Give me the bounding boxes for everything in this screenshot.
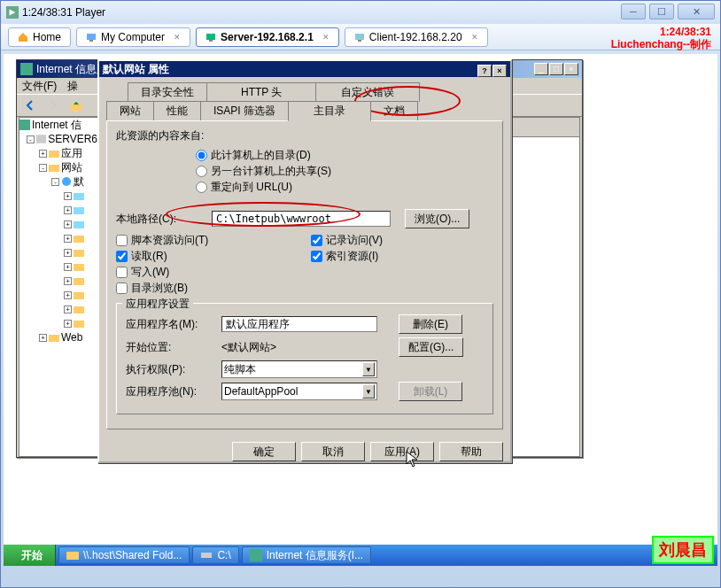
expand-icon[interactable]: + (64, 306, 72, 313)
maximize-button[interactable]: □ (549, 63, 563, 75)
chk-write-label: 写入(W) (131, 265, 169, 280)
start-button[interactable]: 开始 (4, 545, 56, 566)
tab-custom-errors[interactable]: 自定义错误 (315, 82, 420, 102)
chk-script-access[interactable] (116, 235, 128, 246)
expand-icon[interactable]: + (64, 206, 72, 214)
radio-share[interactable] (196, 166, 207, 177)
svg-rect-17 (74, 250, 84, 257)
tab-website[interactable]: 网站 (106, 101, 154, 120)
minimize-button[interactable]: _ (534, 63, 548, 75)
radio-redirect-label: 重定向到 URL(U) (211, 180, 292, 195)
chk-browse-label: 目录浏览(B) (131, 281, 188, 296)
svg-rect-1 (87, 34, 96, 40)
tab-home-directory[interactable]: 主目录 (288, 101, 371, 121)
radio-local-dir[interactable] (196, 150, 207, 161)
apply-button[interactable]: 应用(A) (370, 442, 434, 461)
svg-rect-14 (74, 207, 84, 214)
tab-server[interactable]: Server-192.168.2.1 ✕ (196, 27, 339, 47)
config-button[interactable]: 配置(G)... (399, 337, 463, 357)
tree-app-pools[interactable]: 应用 (61, 146, 82, 161)
local-path-input[interactable] (212, 211, 391, 227)
tab-my-computer[interactable]: My Computer ✕ (76, 27, 190, 47)
close-icon[interactable]: ✕ (174, 33, 181, 42)
browse-button[interactable]: 浏览(O)... (405, 209, 469, 228)
svg-rect-26 (250, 549, 262, 561)
svg-rect-22 (74, 321, 84, 328)
cancel-button[interactable]: 取消 (301, 442, 365, 461)
menu-file[interactable]: 文件(F) (22, 79, 57, 94)
close-button[interactable]: × (564, 63, 578, 75)
taskbar-item[interactable]: C:\ (192, 546, 238, 564)
tab-home[interactable]: Home (8, 27, 71, 47)
iis-root-icon (19, 120, 30, 130)
player-titlebar[interactable]: 1:24/38:31 Player ─ ☐ ✕ (1, 1, 720, 24)
collapse-icon[interactable]: - (39, 164, 47, 172)
expand-icon[interactable]: + (39, 150, 47, 158)
chk-read[interactable] (116, 251, 128, 262)
server-icon (354, 32, 365, 43)
svg-rect-18 (74, 264, 84, 271)
svg-rect-24 (66, 552, 79, 560)
menu-action[interactable]: 操 (67, 79, 78, 94)
collapse-icon[interactable]: - (51, 178, 59, 186)
svg-rect-25 (201, 553, 212, 558)
close-icon[interactable]: ✕ (471, 33, 478, 42)
tab-documents[interactable]: 文档 (370, 101, 418, 120)
radio-local-label: 此计算机上的目录(D) (211, 148, 311, 163)
back-button[interactable] (20, 96, 40, 115)
maximize-button[interactable]: ☐ (649, 4, 674, 19)
tree-web-ext[interactable]: Web (61, 331, 82, 344)
svg-point-12 (62, 177, 71, 186)
expand-icon[interactable]: + (39, 334, 47, 342)
help-button[interactable]: 帮助 (439, 442, 503, 461)
forward-button[interactable] (43, 96, 63, 115)
tab-client[interactable]: Client-192.168.2.20 ✕ (345, 27, 488, 47)
folder-icon (49, 332, 59, 343)
expand-icon[interactable]: + (64, 235, 72, 243)
chevron-down-icon[interactable]: ▼ (362, 384, 375, 398)
minimize-button[interactable]: ─ (621, 4, 646, 19)
close-button[interactable]: × (492, 65, 507, 77)
expand-icon[interactable]: + (64, 320, 72, 328)
app-pool-select[interactable]: DefaultAppPool▼ (221, 383, 377, 400)
tab-http-headers[interactable]: HTTP 头 (206, 82, 316, 102)
taskbar-item[interactable]: Internet 信息服务(I... (242, 546, 371, 564)
app-name-input[interactable] (221, 316, 377, 332)
tab-performance[interactable]: 性能 (153, 101, 201, 120)
remove-button[interactable]: 删除(E) (399, 314, 462, 334)
chk-log-visits[interactable] (311, 235, 322, 246)
chk-index[interactable] (311, 251, 322, 262)
up-button[interactable] (66, 96, 86, 115)
expand-icon[interactable]: + (64, 192, 72, 200)
radio-redirect[interactable] (196, 182, 207, 193)
chk-write[interactable] (116, 267, 128, 278)
collapse-icon[interactable]: - (27, 135, 35, 143)
tree-server[interactable]: SERVER6 (48, 133, 97, 145)
dialog-titlebar[interactable]: 默认网站 属性 ? × (99, 61, 510, 77)
svg-rect-20 (74, 292, 84, 299)
expand-icon[interactable]: + (64, 220, 72, 228)
home-icon (18, 32, 28, 43)
taskbar-item[interactable]: \\.host\Shared Fold... (58, 546, 190, 564)
chk-index-label: 索引资源(I) (326, 249, 378, 264)
tree-default-site[interactable]: 默 (74, 174, 84, 190)
tab-dir-security[interactable]: 目录安全性 (128, 82, 207, 102)
close-icon[interactable]: ✕ (322, 33, 329, 42)
expand-icon[interactable]: + (64, 291, 72, 299)
chk-dir-browse[interactable] (116, 282, 128, 294)
app-name-label: 应用程序名(M): (126, 317, 221, 332)
chk-read-label: 读取(R) (131, 249, 167, 264)
tree-root[interactable]: Internet 信 (32, 118, 81, 133)
tree-websites[interactable]: 网站 (61, 160, 82, 175)
help-button[interactable]: ? (477, 65, 492, 77)
exec-perm-select[interactable]: 纯脚本▼ (221, 360, 377, 378)
ok-button[interactable]: 确定 (232, 442, 296, 461)
expand-icon[interactable]: + (64, 277, 72, 285)
expand-icon[interactable]: + (64, 249, 72, 257)
iis-tree[interactable]: Internet 信 -SERVER6 +应用 -网站 -默 + + + + +… (19, 117, 98, 457)
expand-icon[interactable]: + (64, 263, 72, 271)
folder-icon (74, 275, 84, 286)
tab-isapi[interactable]: ISAPI 筛选器 (200, 101, 289, 120)
close-button[interactable]: ✕ (678, 4, 715, 19)
chevron-down-icon[interactable]: ▼ (362, 362, 375, 376)
